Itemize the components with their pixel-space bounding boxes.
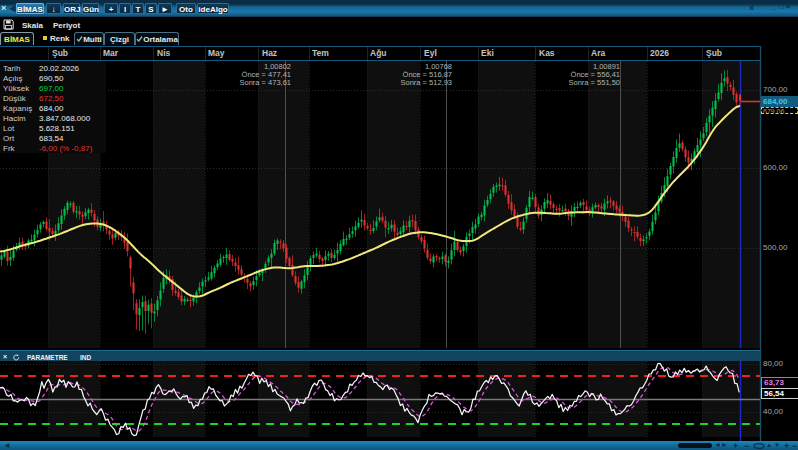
svg-text:Sonra = 473,61: Sonra = 473,61 xyxy=(239,78,291,87)
svg-text:Sonra = 512,93: Sonra = 512,93 xyxy=(400,78,452,87)
svg-text:Sonra = 551,50: Sonra = 551,50 xyxy=(568,78,620,87)
